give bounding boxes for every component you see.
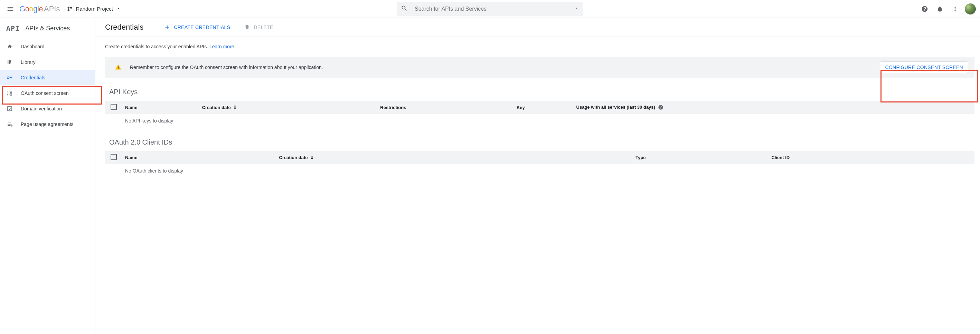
create-credentials-label: Create Credentials bbox=[174, 24, 230, 30]
sidebar-title: API APIs & Services bbox=[0, 21, 95, 39]
help-icon bbox=[921, 6, 928, 13]
sort-desc-icon bbox=[309, 155, 315, 160]
library-icon bbox=[6, 59, 13, 66]
col-type[interactable]: Type bbox=[633, 151, 768, 164]
table-row-empty: No API keys to display bbox=[105, 114, 974, 128]
banner-message: Remember to configure the OAuth consent … bbox=[130, 65, 880, 70]
sidebar-item-oauth-consent[interactable]: OAuth consent screen bbox=[0, 85, 95, 101]
svg-point-0 bbox=[68, 6, 70, 8]
configure-consent-button[interactable]: CONFIGURE CONSENT SCREEN bbox=[880, 62, 968, 73]
api-keys-heading: API Keys bbox=[105, 88, 974, 96]
oauth-clients-heading: OAuth 2.0 Client IDs bbox=[105, 138, 974, 146]
plus-icon bbox=[164, 24, 170, 30]
usage-help[interactable] bbox=[657, 104, 663, 110]
top-header: Google APIs Random Project bbox=[0, 0, 980, 18]
warning-icon bbox=[115, 63, 122, 71]
col-name[interactable]: Name bbox=[123, 101, 199, 114]
col-creation-date[interactable]: Creation date bbox=[199, 101, 378, 114]
search-icon bbox=[401, 5, 408, 13]
api-keys-table: Name Creation date Restrictions Key Usag bbox=[105, 101, 974, 128]
help-icon bbox=[658, 104, 663, 110]
more-button[interactable] bbox=[948, 2, 962, 16]
sidebar-item-library[interactable]: Library bbox=[0, 54, 95, 70]
empty-api-keys: No API keys to display bbox=[123, 114, 974, 128]
col-key[interactable]: Key bbox=[514, 101, 574, 114]
search-input[interactable] bbox=[415, 6, 574, 12]
project-icon bbox=[66, 5, 73, 13]
sidebar: API APIs & Services Dashboard Library Cr… bbox=[0, 18, 95, 334]
google-apis-logo[interactable]: Google APIs bbox=[19, 5, 60, 13]
intro-text: Create credentials to access your enable… bbox=[105, 44, 209, 49]
page-title: Credentials bbox=[105, 23, 143, 32]
sidebar-item-label: OAuth consent screen bbox=[21, 90, 69, 96]
caret-down-icon bbox=[574, 6, 579, 11]
sidebar-item-label: Domain verification bbox=[21, 106, 62, 111]
project-selector[interactable]: Random Project bbox=[66, 5, 121, 13]
table-row-empty: No OAuth clients to display bbox=[105, 164, 974, 178]
col-creation-date[interactable]: Creation date bbox=[277, 151, 633, 164]
sidebar-item-label: Dashboard bbox=[21, 44, 45, 49]
col-restrictions[interactable]: Restrictions bbox=[377, 101, 514, 114]
page-usage-icon bbox=[6, 121, 13, 128]
sidebar-item-label: Page usage agreements bbox=[21, 122, 73, 127]
sidebar-item-domain-verification[interactable]: Domain verification bbox=[0, 101, 95, 116]
intro-text-row: Create credentials to access your enable… bbox=[105, 44, 974, 49]
create-credentials-button[interactable]: Create Credentials bbox=[164, 24, 230, 30]
apis-text: APIs bbox=[44, 5, 60, 13]
empty-oauth-clients: No OAuth clients to display bbox=[123, 164, 974, 178]
search-expand[interactable] bbox=[574, 6, 579, 12]
col-client-id[interactable]: Client ID bbox=[768, 151, 974, 164]
sidebar-item-page-usage[interactable]: Page usage agreements bbox=[0, 116, 95, 132]
bell-icon bbox=[937, 6, 943, 13]
consent-icon bbox=[6, 90, 13, 97]
hamburger-icon bbox=[6, 5, 14, 13]
oauth-clients-section: OAuth 2.0 Client IDs Name Creation date bbox=[105, 138, 974, 178]
sort-desc-icon bbox=[232, 104, 238, 110]
consent-banner: Remember to configure the OAuth consent … bbox=[105, 57, 974, 78]
svg-point-2 bbox=[68, 9, 70, 11]
help-button[interactable] bbox=[918, 2, 932, 16]
delete-button: Delete bbox=[244, 24, 273, 30]
sidebar-item-dashboard[interactable]: Dashboard bbox=[0, 39, 95, 54]
sidebar-item-credentials[interactable]: Credentials bbox=[0, 70, 95, 85]
sidebar-item-label: Library bbox=[21, 59, 36, 65]
dashboard-icon bbox=[6, 43, 13, 50]
notifications-button[interactable] bbox=[933, 2, 947, 16]
sidebar-section-title: APIs & Services bbox=[25, 25, 70, 32]
api-keys-section: API Keys Name Creation date bbox=[105, 88, 974, 128]
avatar[interactable] bbox=[965, 3, 976, 14]
api-mark-icon: API bbox=[6, 24, 20, 32]
project-name: Random Project bbox=[76, 6, 113, 12]
verify-icon bbox=[6, 105, 13, 112]
key-icon bbox=[6, 74, 13, 81]
select-all-checkbox[interactable] bbox=[111, 104, 117, 110]
learn-more-link[interactable]: Learn more bbox=[209, 44, 234, 49]
trash-icon bbox=[244, 24, 250, 30]
col-usage[interactable]: Usage with all services (last 30 days) bbox=[574, 101, 974, 114]
google-wordmark: Google bbox=[19, 5, 43, 13]
delete-label: Delete bbox=[254, 24, 273, 30]
main-content: Credentials Create Credentials Delete Cr… bbox=[95, 18, 980, 334]
svg-point-1 bbox=[70, 6, 72, 8]
menu-button[interactable] bbox=[3, 2, 17, 16]
page-header: Credentials Create Credentials Delete bbox=[95, 23, 980, 37]
col-name[interactable]: Name bbox=[123, 151, 277, 164]
more-vert-icon bbox=[952, 6, 959, 13]
caret-down-icon bbox=[116, 6, 121, 11]
select-all-checkbox[interactable] bbox=[111, 154, 117, 160]
header-right bbox=[918, 2, 976, 16]
sidebar-item-label: Credentials bbox=[21, 75, 45, 81]
oauth-clients-table: Name Creation date Type Client ID bbox=[105, 151, 974, 178]
search-bar[interactable] bbox=[397, 2, 583, 16]
project-dropdown-caret bbox=[116, 6, 121, 12]
